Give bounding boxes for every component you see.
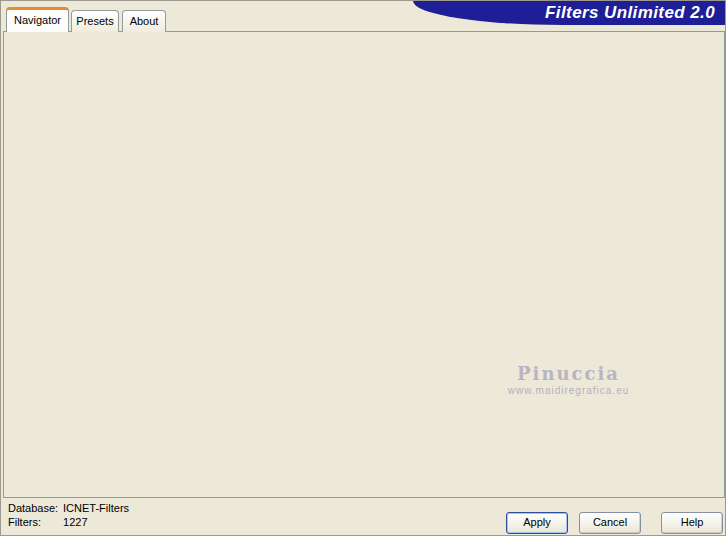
status-database-row: Database: ICNET-Filters: [8, 501, 129, 515]
filters-unlimited-window: Filters Unlimited 2.0 Navigator Presets …: [0, 0, 726, 536]
status-filters-row: Filters: 1227: [8, 515, 129, 529]
tab-presets[interactable]: Presets: [71, 10, 119, 32]
tab-navigator[interactable]: Navigator: [6, 7, 69, 32]
status-area: Database: ICNET-Filters Filters: 1227: [8, 501, 129, 529]
help-button[interactable]: Help: [661, 512, 723, 534]
cancel-button[interactable]: Cancel: [579, 512, 641, 534]
title-banner: Filters Unlimited 2.0: [413, 1, 726, 25]
window-title: Filters Unlimited 2.0: [545, 1, 726, 24]
tab-about[interactable]: About: [122, 10, 166, 32]
status-filters-label: Filters:: [8, 515, 60, 529]
tab-presets-label: Presets: [76, 15, 113, 27]
status-filters-value: 1227: [63, 516, 87, 528]
status-database-label: Database:: [8, 501, 60, 515]
tab-about-label: About: [130, 15, 159, 27]
apply-button[interactable]: Apply: [506, 512, 568, 534]
status-database-value: ICNET-Filters: [63, 502, 129, 514]
tab-navigator-label: Navigator: [14, 14, 61, 26]
navigator-page: [3, 31, 725, 498]
